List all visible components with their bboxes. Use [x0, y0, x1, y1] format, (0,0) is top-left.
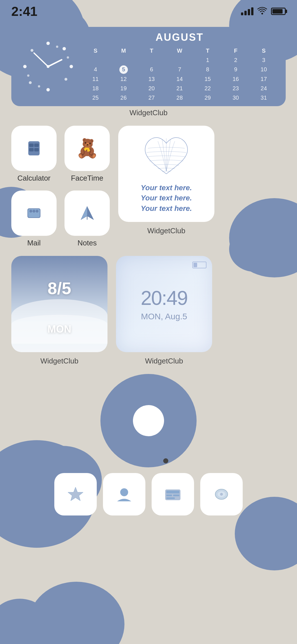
svg-point-23: [29, 210, 32, 213]
svg-point-1: [46, 42, 50, 45]
today-date: 5: [119, 65, 128, 74]
svg-rect-33: [173, 495, 179, 496]
facetime-app-item[interactable]: 🧸 FaceTime: [64, 126, 110, 183]
svg-rect-20: [34, 148, 39, 151]
svg-point-3: [23, 65, 27, 68]
clock-widget-time: 20:49: [141, 287, 187, 309]
calculator-label: Calculator: [17, 174, 50, 183]
bottom-apps-row: [54, 473, 243, 515]
cal-header-t2: T: [194, 47, 221, 55]
notes-label: Notes: [78, 239, 97, 247]
svg-point-29: [120, 488, 128, 496]
cal-header-f: F: [222, 47, 249, 55]
clock-widget-date: MON, Aug.5: [141, 312, 187, 321]
cal-header-w: W: [166, 47, 193, 55]
cal-header-s1: S: [82, 47, 109, 55]
svg-point-9: [67, 56, 69, 59]
svg-point-0: [261, 13, 263, 14]
notes-app-item[interactable]: Notes: [64, 191, 110, 247]
svg-rect-34: [166, 497, 175, 499]
cloud-blob-widget[interactable]: [100, 374, 197, 467]
facetime-icon[interactable]: 🧸: [64, 126, 110, 171]
bottom-section: [11, 374, 286, 515]
svg-rect-19: [29, 148, 34, 151]
heart-widget[interactable]: Your text here.Your text here.Your text …: [118, 126, 214, 222]
heart-widget-label: WidgetClub: [147, 226, 185, 235]
status-time: 2:41: [11, 4, 37, 19]
apps-grid: Calculator 🧸 FaceTime: [11, 126, 110, 247]
calculator-app-item[interactable]: Calculator: [11, 126, 57, 183]
notes-icon[interactable]: [64, 191, 110, 236]
svg-point-4: [70, 65, 73, 68]
wifi-icon: [257, 7, 267, 16]
status-icons: [241, 7, 286, 16]
weather-widget[interactable]: 8/5 MON: [11, 256, 107, 352]
widget-club-label-1: WidgetClub: [11, 108, 286, 117]
heart-widget-text: Your text here.Your text here.Your text …: [141, 183, 192, 213]
calendar-grid: S M T W T F S 1 2 3 4 5 6 7 8: [82, 47, 277, 102]
cal-header-m: M: [110, 47, 137, 55]
calendar-month: AUGUST: [82, 31, 277, 43]
cal-header-t1: T: [138, 47, 165, 55]
bottom-app-1[interactable]: [54, 473, 97, 515]
svg-point-37: [220, 493, 223, 496]
apps-and-widget-row: Calculator 🧸 FaceTime: [11, 126, 286, 247]
widget-row-2: 8/5 MON WidgetClub 20:49 MON, Aug.5 Widg…: [11, 256, 286, 365]
calendar-section: AUGUST S M T W T F S 1 2 3 4 5: [82, 31, 277, 102]
svg-point-12: [56, 46, 58, 48]
svg-point-6: [64, 78, 67, 81]
svg-point-5: [63, 47, 66, 50]
main-content: AUGUST S M T W T F S 1 2 3 4 5: [0, 24, 297, 518]
cal-header-s2: S: [250, 47, 277, 55]
heart-icon: [141, 134, 192, 178]
svg-line-13: [34, 53, 48, 67]
svg-line-14: [48, 60, 62, 67]
signal-icon: [241, 7, 253, 15]
svg-point-25: [36, 210, 38, 213]
clock-svg: [20, 38, 76, 95]
mail-app-item[interactable]: Mail: [11, 191, 57, 247]
cloud-inner-circle: [133, 405, 164, 436]
svg-rect-31: [166, 491, 179, 493]
svg-point-8: [31, 49, 33, 52]
svg-point-15: [47, 65, 50, 68]
weather-date: 8/5: [48, 279, 71, 298]
facetime-label: FaceTime: [71, 174, 104, 183]
clock-calendar-widget[interactable]: AUGUST S M T W T F S 1 2 3 4 5: [11, 27, 286, 106]
calculator-icon[interactable]: [11, 126, 57, 171]
weather-widget-label: WidgetClub: [40, 357, 78, 365]
bottom-app-2[interactable]: [103, 473, 145, 515]
svg-rect-32: [166, 495, 172, 496]
heart-widget-item: Your text here.Your text here.Your text …: [118, 126, 214, 235]
status-bar: 2:41: [0, 0, 297, 23]
svg-rect-17: [29, 144, 34, 147]
clock-widget[interactable]: 20:49 MON, Aug.5: [116, 256, 212, 352]
svg-point-11: [38, 85, 40, 87]
clock-widget-item: 20:49 MON, Aug.5 WidgetClub: [116, 256, 212, 365]
weather-widget-item: 8/5 MON WidgetClub: [11, 256, 107, 365]
mail-label: Mail: [27, 239, 41, 247]
clock-widget-battery-icon: [192, 262, 206, 268]
clock-face: [20, 38, 76, 95]
bottom-app-3[interactable]: [152, 473, 194, 515]
mail-icon[interactable]: [11, 191, 57, 236]
cloud-dot: [163, 458, 168, 463]
svg-rect-18: [34, 144, 39, 147]
weather-day: MON: [48, 323, 71, 335]
clock-widget-label: WidgetClub: [145, 357, 183, 365]
svg-point-10: [27, 74, 29, 77]
bottom-app-4[interactable]: [200, 473, 243, 515]
svg-point-24: [33, 210, 35, 213]
svg-point-7: [29, 81, 32, 84]
battery-icon: [271, 8, 286, 15]
svg-point-2: [46, 88, 50, 91]
